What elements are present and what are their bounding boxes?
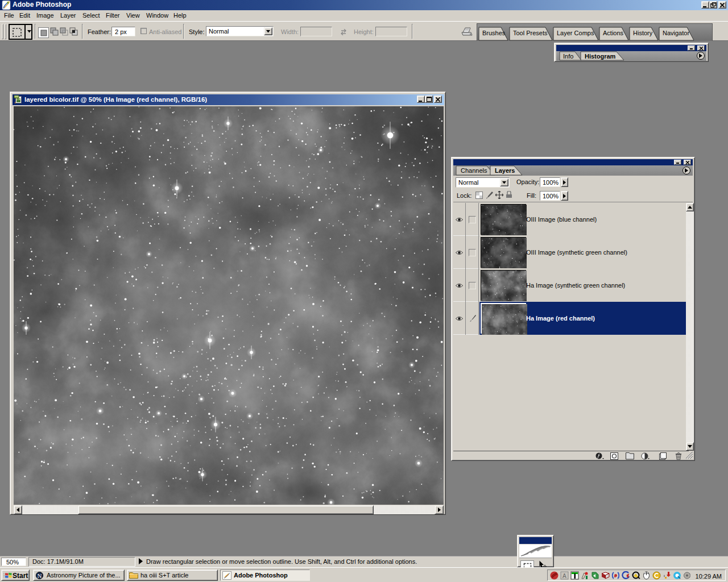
svg-text:N: N bbox=[38, 572, 42, 579]
svg-text:A: A bbox=[562, 573, 566, 579]
